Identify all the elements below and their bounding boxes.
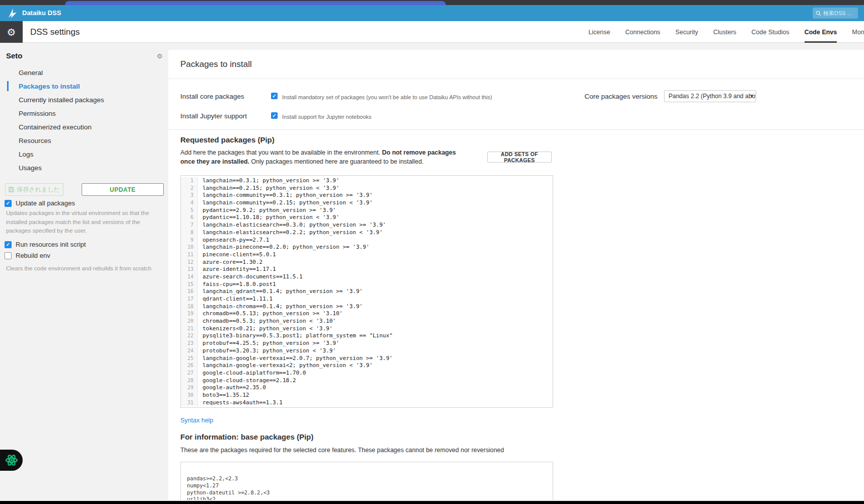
code-line[interactable]: 2 langchain==0.2.15; python_version < '3… xyxy=(181,185,553,192)
code-line[interactable]: 13 azure-identity==1.17.1 xyxy=(181,266,553,273)
install-core-checkbox[interactable]: ✓ xyxy=(271,93,278,99)
code-line[interactable]: 4 langchain-community==0.2.15; python_ve… xyxy=(181,199,553,207)
code-line[interactable]: 9 opensearch-py==2.7.1 xyxy=(181,237,553,244)
line-text[interactable]: langchain-elasticsearch==0.2.2; python_v… xyxy=(198,229,553,237)
sidebar-item[interactable]: Usages xyxy=(0,161,168,175)
code-line[interactable]: 28 google-cloud-storage==2.18.2 xyxy=(181,377,553,385)
code-line[interactable]: 24 protobuf==3.20.3; python_version < '3… xyxy=(181,347,553,355)
code-line[interactable]: 6 pydantic==1.10.18; python_version < '3… xyxy=(181,214,553,222)
header-tab[interactable]: Monitoring xyxy=(852,21,864,43)
line-text[interactable]: requests-aws4auth==1.3.1 xyxy=(198,399,553,407)
update-all-checkbox-row[interactable]: ✓ Update all packages xyxy=(5,199,75,207)
line-text[interactable]: azure-core==1.30.2 xyxy=(198,259,553,266)
line-text[interactable]: langchain-community==0.3.1; python_versi… xyxy=(198,192,553,199)
install-jupyter-checkbox[interactable]: ✓ xyxy=(271,112,278,119)
line-number: 18 xyxy=(181,303,198,311)
add-sets-of-packages-button[interactable]: ADD SETS OF PACKAGES xyxy=(487,152,552,163)
line-text[interactable]: azure-identity==1.17.1 xyxy=(198,266,553,273)
line-text[interactable]: google-cloud-storage==2.18.2 xyxy=(198,377,553,385)
line-text[interactable]: langchain-google-vertexai<2; python_vers… xyxy=(198,362,553,370)
line-number: 6 xyxy=(181,214,198,222)
code-line[interactable]: 25 langchain-google-vertexai==2.0.7; pyt… xyxy=(181,355,553,363)
line-text[interactable]: langchain-chroma==0.1.4; python_version … xyxy=(198,303,553,311)
run-init-checkbox-row[interactable]: ✓ Run resources init script xyxy=(5,241,86,248)
code-line[interactable]: 23 protobuf==4.25.5; python_version >= '… xyxy=(181,340,553,347)
env-gear-icon[interactable]: ⚙ xyxy=(157,52,163,60)
line-text[interactable]: langchain_qdrant==0.1.4; python_version … xyxy=(198,288,553,296)
header-tab[interactable]: Clusters xyxy=(713,21,737,43)
line-text[interactable]: google-cloud-aiplatform==1.70.0 xyxy=(198,370,553,377)
sidebar-item[interactable]: Logs xyxy=(0,148,168,161)
header-tab[interactable]: Connections xyxy=(625,21,660,43)
sidebar-item[interactable]: General xyxy=(0,66,168,80)
settings-gear-box[interactable]: ⚙ xyxy=(0,21,23,43)
header-tab[interactable]: License xyxy=(588,21,610,43)
sidebar-item[interactable]: Currently installed packages xyxy=(0,93,168,107)
search-input[interactable] xyxy=(823,10,853,16)
line-text[interactable]: langchain==0.2.15; python_version < '3.9… xyxy=(198,185,553,192)
line-text[interactable]: google-auth==2.35.0 xyxy=(198,384,553,392)
code-line[interactable]: 8 langchain-elasticsearch==0.2.2; python… xyxy=(181,229,553,237)
code-line[interactable]: 21 tokenizers<0.21; python_version < '3.… xyxy=(181,325,553,333)
line-text[interactable]: pysqlite3-binary==0.5.3.post1; platform_… xyxy=(198,332,553,340)
code-line[interactable]: 12 azure-core==1.30.2 xyxy=(181,259,553,266)
line-text[interactable]: langchain-google-vertexai==2.0.7; python… xyxy=(198,355,553,363)
line-text[interactable]: faiss-cpu==1.8.0.post1 xyxy=(198,281,553,289)
sidebar-item[interactable]: Permissions xyxy=(0,107,168,120)
sidebar-item[interactable]: Containerized execution xyxy=(0,120,168,134)
base-packages-description: These are the packages required for the … xyxy=(180,447,504,454)
checkbox-checked-icon[interactable]: ✓ xyxy=(5,241,12,248)
syntax-help-link[interactable]: Syntax help xyxy=(180,417,213,424)
code-line[interactable]: 3 langchain-community==0.3.1; python_ver… xyxy=(181,192,553,199)
code-line[interactable]: 16 langchain_qdrant==0.1.4; python_versi… xyxy=(181,288,553,296)
code-line[interactable]: 19 chromadb==0.5.13; python_version >= '… xyxy=(181,310,553,318)
line-text[interactable]: chromadb==0.5.3; python_version < '3.10' xyxy=(198,318,553,325)
line-text[interactable]: langchain-elasticsearch==0.3.0; python_v… xyxy=(198,222,553,229)
packages-code-editor[interactable]: 1 langchain==0.3.1; python_version >= '3… xyxy=(180,175,553,408)
line-text[interactable]: protobuf==3.20.3; python_version < '3.9' xyxy=(198,347,553,355)
update-button[interactable]: UPDATE xyxy=(82,183,164,196)
rebuild-env-checkbox-row[interactable]: Rebuild env xyxy=(5,252,50,259)
code-line[interactable]: 20 chromadb==0.5.3; python_version < '3.… xyxy=(181,318,553,325)
checkbox-unchecked-icon[interactable] xyxy=(5,252,12,259)
line-text[interactable]: langchain==0.3.1; python_version >= '3.9… xyxy=(198,177,553,185)
line-number: 15 xyxy=(181,281,198,289)
line-text[interactable]: protobuf==4.25.5; python_version >= '3.9… xyxy=(198,340,553,347)
line-number: 25 xyxy=(181,355,198,363)
header-tab[interactable]: Security xyxy=(676,21,698,43)
line-text[interactable]: boto3==1.35.12 xyxy=(198,392,553,399)
code-line[interactable]: 18 langchain-chroma==0.1.4; python_versi… xyxy=(181,303,553,311)
header-tab[interactable]: Code Envs xyxy=(805,21,837,43)
sidebar-item[interactable]: Resources xyxy=(0,134,168,148)
code-line[interactable]: 10 langchain-pinecone==0.2.0; python_ver… xyxy=(181,244,553,251)
code-line[interactable]: 14 azure-search-documents==11.5.1 xyxy=(181,273,553,281)
line-text[interactable]: langchain-community==0.2.15; python_vers… xyxy=(198,199,553,207)
header-tab[interactable]: Code Studios xyxy=(752,21,789,43)
code-line[interactable]: 26 langchain-google-vertexai<2; python_v… xyxy=(181,362,553,370)
code-line[interactable]: 7 langchain-elasticsearch==0.3.0; python… xyxy=(181,222,553,229)
line-text[interactable]: chromadb==0.5.13; python_version >= '3.1… xyxy=(198,310,553,318)
extension-badge[interactable] xyxy=(0,450,23,471)
line-text[interactable]: qdrant-client==1.11.1 xyxy=(198,296,553,303)
code-line[interactable]: 1 langchain==0.3.1; python_version >= '3… xyxy=(181,177,553,185)
code-line[interactable]: 22 pysqlite3-binary==0.5.3.post1; platfo… xyxy=(181,332,553,340)
code-line[interactable]: 11 pinecone-client==5.0.1 xyxy=(181,251,553,259)
code-line[interactable]: 27 google-cloud-aiplatform==1.70.0 xyxy=(181,370,553,377)
code-line[interactable]: 15 faiss-cpu==1.8.0.post1 xyxy=(181,281,553,289)
sidebar-item[interactable]: Packages to install xyxy=(0,80,168,93)
line-text[interactable]: opensearch-py==2.7.1 xyxy=(198,237,553,244)
line-text[interactable]: pinecone-client==5.0.1 xyxy=(198,251,553,259)
checkbox-checked-icon[interactable]: ✓ xyxy=(5,200,12,207)
line-text[interactable]: pydantic==2.9.2; python_version >= '3.9' xyxy=(198,207,553,214)
code-line[interactable]: 17 qdrant-client==1.11.1 xyxy=(181,296,553,303)
code-line[interactable]: 30 boto3==1.35.12 xyxy=(181,392,553,399)
global-search[interactable] xyxy=(813,8,858,19)
code-line[interactable]: 5 pydantic==2.9.2; python_version >= '3.… xyxy=(181,207,553,214)
line-text[interactable]: azure-search-documents==11.5.1 xyxy=(198,273,553,281)
code-line[interactable]: 31 requests-aws4auth==1.3.1 xyxy=(181,399,553,407)
code-line[interactable]: 29 google-auth==2.35.0 xyxy=(181,384,553,392)
core-versions-select[interactable]: Pandas 2.2 (Python 3.9 and above) ▾ xyxy=(664,90,756,102)
line-text[interactable]: langchain-pinecone==0.2.0; python_versio… xyxy=(198,244,553,251)
line-text[interactable]: tokenizers<0.21; python_version < '3.9' xyxy=(198,325,553,333)
line-text[interactable]: pydantic==1.10.18; python_version < '3.9… xyxy=(198,214,553,222)
